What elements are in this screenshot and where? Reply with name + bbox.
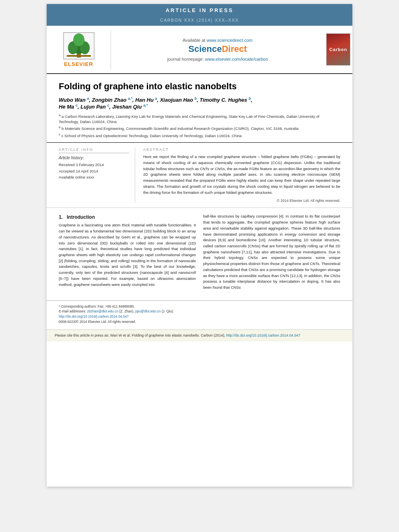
- article-info-heading: ARTICLE INFO: [59, 148, 129, 153]
- abstract-col: ABSTRACT Here we report the finding of a…: [143, 148, 340, 203]
- section1-paragraph2: ball-like structures by capillary compre…: [203, 214, 340, 290]
- affiliation-c: c c School of Physics and Optoelectronic…: [59, 132, 340, 138]
- carbon-journal-thumb: Carbon: [324, 30, 352, 69]
- doi-link[interactable]: http://dx.doi.org/10.1016/j.carbon.2014.…: [59, 314, 129, 318]
- carbon-thumb-image: Carbon: [326, 33, 350, 66]
- logo-row: ELSEVIER Available at www.sciencedirect.…: [47, 26, 352, 74]
- affiliation-b: b b Materials Science and Engineering, C…: [59, 125, 340, 131]
- received-date: Received 3 February 2014: [59, 162, 129, 168]
- available-online: Available online xxxx: [59, 174, 129, 180]
- article-title: Folding of graphene into elastic nanobel…: [59, 81, 340, 92]
- copyright-line: © 2014 Elsevier Ltd. All rights reserved…: [143, 199, 340, 203]
- sciencedirect-brand: ScienceDirect: [188, 44, 247, 54]
- abstract-heading: ABSTRACT: [143, 148, 340, 152]
- email1-link[interactable]: zbzhao@dlut.edu.cn: [87, 309, 118, 313]
- citation-doi-link[interactable]: http://dx.doi.org/10.1016/j.carbon.2014.…: [226, 333, 300, 337]
- body-col-right: ball-like structures by capillary compre…: [203, 214, 340, 293]
- main-body: 1. Introduction Graphene is a fascinatin…: [47, 208, 352, 298]
- section1-heading: 1. Introduction: [59, 214, 196, 220]
- issn-line: 0008-6223/© 2014 Elsevier Ltd. All right…: [59, 319, 340, 325]
- sciencedirect-url-link[interactable]: www.sciencedirect.com: [207, 38, 253, 43]
- affiliation-a: a a Carbon Research Laboratory, Liaoning…: [59, 113, 340, 125]
- elsevier-label: ELSEVIER: [64, 61, 93, 67]
- journal-ref-banner: CARBON XXX (2014) XXX–XXX: [47, 15, 352, 26]
- email2-link[interactable]: jqiu@dlut.edu.cn: [135, 309, 160, 313]
- authors-line: Wubo Wan a, Zongbin Zhao a,*, Han Hu a, …: [59, 97, 340, 110]
- article-in-press-text: ARTICLE IN PRESS: [166, 7, 234, 13]
- info-abstract-section: ARTICLE INFO Article history: Received 3…: [47, 143, 352, 208]
- article-in-press-banner: ARTICLE IN PRESS: [47, 4, 352, 15]
- journal-ref-text: CARBON XXX (2014) XXX–XXX: [160, 18, 239, 23]
- affiliations: a a Carbon Research Laboratory, Liaoning…: [59, 113, 340, 139]
- citation-bar: Please cite this article in press as: Wa…: [47, 329, 352, 342]
- article-history-heading: Article history:: [59, 156, 129, 160]
- svg-rect-6: [67, 55, 91, 57]
- accepted-date: Accepted 14 April 2014: [59, 168, 129, 174]
- article-info-col: ARTICLE INFO Article history: Received 3…: [59, 148, 135, 203]
- svg-point-5: [73, 33, 84, 46]
- section1-paragraph1: Graphene is a fascinating one atom thick…: [59, 222, 196, 288]
- corresponding-author-note: * Corresponding authors: Fax: +86 411 84…: [59, 304, 340, 314]
- journal-center: Available at www.sciencedirect.com Scien…: [111, 30, 324, 69]
- article-title-section: Folding of graphene into elastic nanobel…: [47, 74, 352, 143]
- doi-link-line: http://dx.doi.org/10.1016/j.carbon.2014.…: [59, 314, 340, 319]
- two-col-body: 1. Introduction Graphene is a fascinatin…: [59, 214, 340, 293]
- available-at-text: Available at www.sciencedirect.com: [183, 38, 253, 43]
- footer-notes: * Corresponding authors: Fax: +86 411 84…: [47, 300, 352, 327]
- journal-homepage-link[interactable]: www.elsevier.com/locate/carbon: [205, 57, 268, 62]
- elsevier-logo-area: ELSEVIER: [47, 30, 111, 69]
- journal-homepage-text: journal homepage: www.elsevier.com/locat…: [167, 57, 268, 62]
- abstract-text: Here we report the finding of a new crum…: [143, 154, 340, 195]
- elsevier-tree-icon: [63, 32, 95, 60]
- citation-bar-text: Please cite this article in press as: Wa…: [55, 333, 344, 339]
- body-col-left: 1. Introduction Graphene is a fascinatin…: [59, 214, 196, 293]
